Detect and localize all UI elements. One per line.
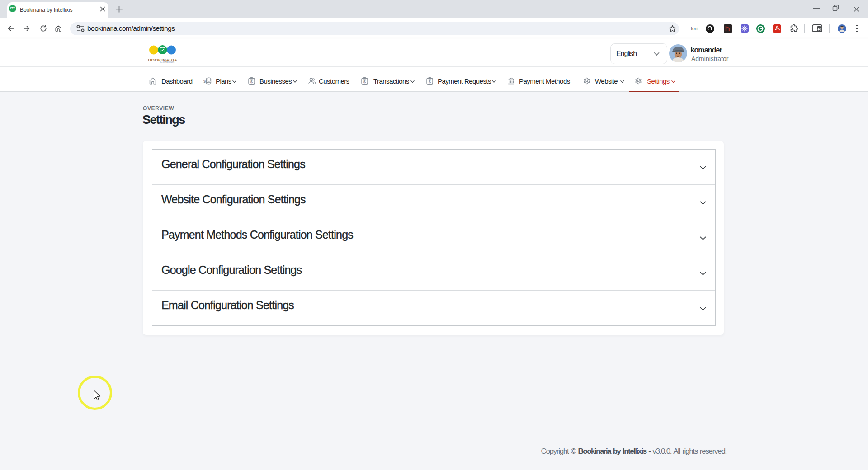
svg-text:by INTELLIXIS: by INTELLIXIS [160, 61, 174, 63]
svg-text:$: $ [203, 79, 206, 84]
svg-text:$: $ [429, 80, 431, 84]
svg-text:$: $ [250, 80, 253, 84]
svg-text:$: $ [363, 80, 366, 84]
